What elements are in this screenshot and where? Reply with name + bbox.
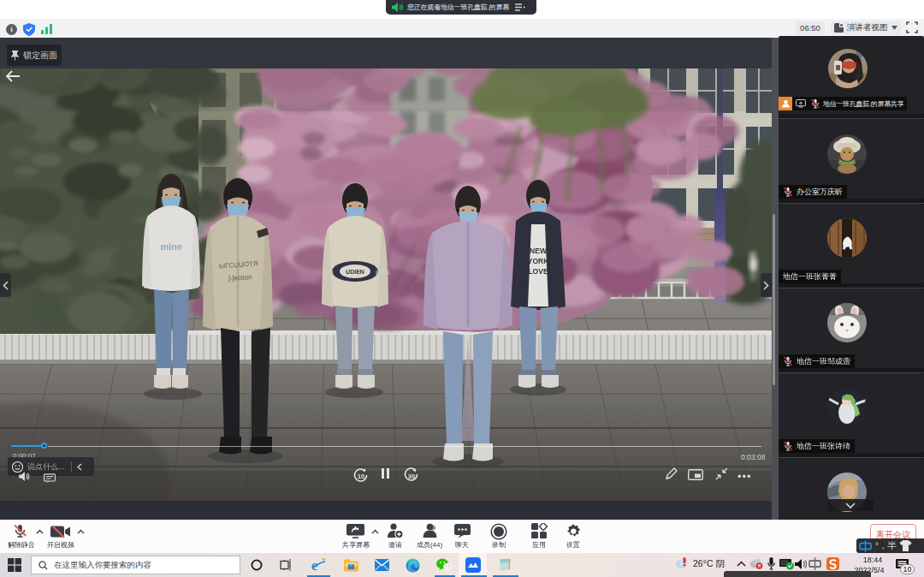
svg-text:10: 10 bbox=[358, 473, 364, 480]
svg-text:30: 30 bbox=[408, 473, 415, 480]
